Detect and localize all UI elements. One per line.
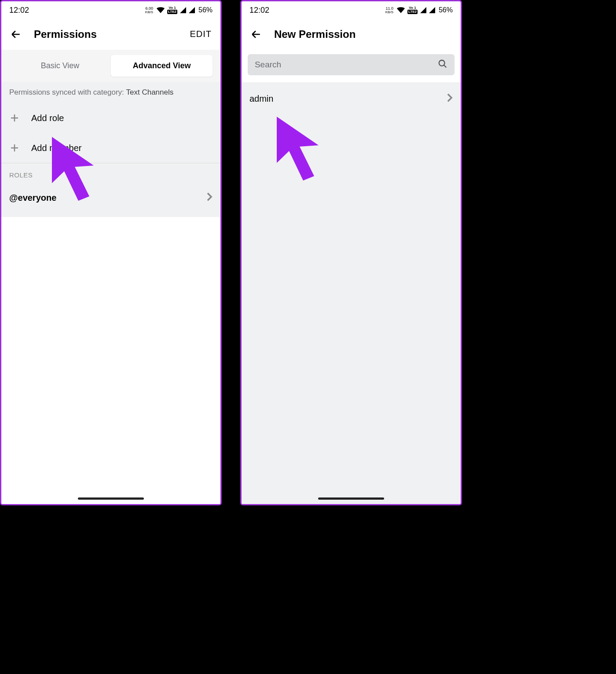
search-placeholder: Search [255, 60, 433, 70]
home-indicator[interactable] [78, 497, 144, 500]
add-member-label: Add member [31, 143, 82, 153]
role-everyone[interactable]: @everyone [1, 183, 220, 217]
chevron-right-icon [206, 192, 213, 204]
status-time: 12:02 [9, 6, 29, 15]
edit-button[interactable]: EDIT [190, 29, 212, 39]
wifi-icon [157, 7, 165, 13]
results-section: admin [242, 82, 461, 504]
app-header: New Permission [242, 19, 461, 50]
phone-screen-permissions: 12:02 6.00 KB/S Vo 1 LTE2 56% Permission… [0, 0, 222, 505]
status-icons: 11.0 KB/S Vo 1 LTE2 56% [385, 6, 453, 14]
page-title: Permissions [34, 28, 178, 41]
status-time: 12:02 [249, 6, 269, 15]
network-speed: 11.0 KB/S [385, 7, 393, 14]
add-role-label: Add role [31, 113, 64, 123]
search-icon [438, 59, 447, 70]
plus-icon [9, 143, 20, 153]
signal-icon-2 [429, 7, 435, 13]
home-indicator[interactable] [318, 497, 384, 500]
svg-point-0 [439, 60, 445, 66]
tab-advanced-view[interactable]: Advanced View [111, 55, 213, 77]
view-tabs: Basic View Advanced View [1, 50, 220, 82]
empty-area [1, 217, 220, 504]
lte-badge: Vo 1 LTE2 [407, 6, 418, 14]
plus-icon [9, 113, 20, 123]
battery-percent: 56% [198, 6, 213, 14]
page-title: New Permission [274, 28, 452, 41]
roles-section-label: ROLES [1, 163, 220, 183]
result-admin[interactable]: admin [242, 82, 461, 115]
signal-icon-1 [180, 7, 186, 13]
status-bar: 12:02 6.00 KB/S Vo 1 LTE2 56% [1, 1, 220, 19]
search-input[interactable]: Search [248, 54, 455, 75]
role-everyone-label: @everyone [9, 193, 56, 203]
status-icons: 6.00 KB/S Vo 1 LTE2 56% [145, 6, 213, 14]
phone-screen-new-permission: 12:02 11.0 KB/S Vo 1 LTE2 56% New Permis… [240, 0, 462, 505]
sync-banner: Permissions synced with category: Text C… [1, 82, 220, 103]
wifi-icon [397, 7, 405, 13]
back-button[interactable] [250, 29, 262, 40]
search-container: Search [242, 50, 461, 82]
status-bar: 12:02 11.0 KB/S Vo 1 LTE2 56% [242, 1, 461, 19]
app-header: Permissions EDIT [1, 19, 220, 50]
tab-basic-view[interactable]: Basic View [9, 55, 111, 77]
chevron-right-icon [447, 93, 453, 105]
sync-category-name: Text Channels [126, 88, 174, 96]
lte-badge: Vo 1 LTE2 [167, 6, 177, 14]
back-button[interactable] [10, 29, 22, 40]
signal-icon-1 [420, 7, 426, 13]
add-section: Add role Add member [1, 103, 220, 163]
battery-percent: 56% [439, 6, 453, 14]
add-role-button[interactable]: Add role [1, 103, 220, 133]
add-member-button[interactable]: Add member [1, 133, 220, 163]
result-admin-label: admin [249, 94, 273, 104]
signal-icon-2 [189, 7, 195, 13]
network-speed: 6.00 KB/S [145, 7, 153, 14]
